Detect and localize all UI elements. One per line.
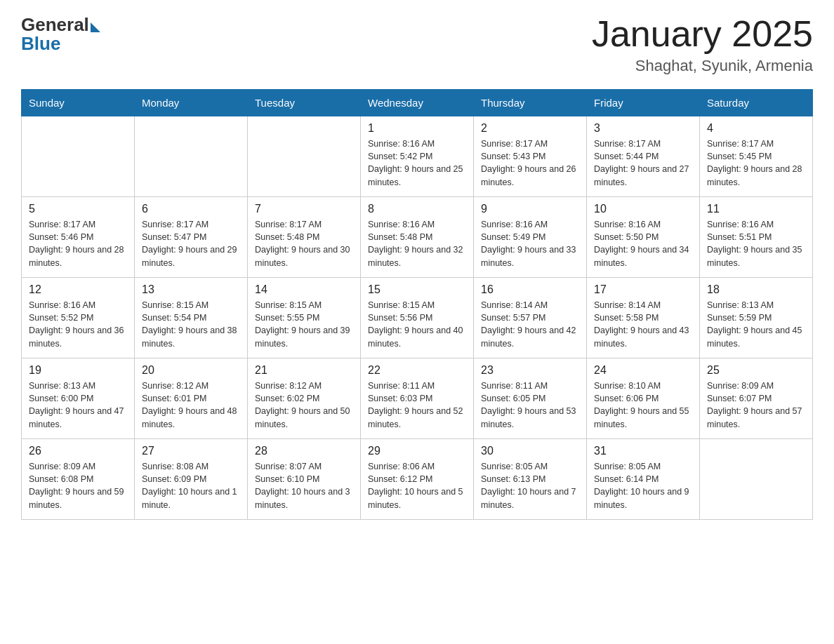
week-row-5: 26Sunrise: 8:09 AM Sunset: 6:08 PM Dayli… xyxy=(22,439,813,520)
calendar-cell: 29Sunrise: 8:06 AM Sunset: 6:12 PM Dayli… xyxy=(361,439,474,520)
week-row-3: 12Sunrise: 8:16 AM Sunset: 5:52 PM Dayli… xyxy=(22,278,813,358)
day-info: Sunrise: 8:15 AM Sunset: 5:55 PM Dayligh… xyxy=(255,299,353,350)
day-number: 12 xyxy=(29,283,127,296)
day-info: Sunrise: 8:17 AM Sunset: 5:45 PM Dayligh… xyxy=(707,137,805,189)
day-number: 11 xyxy=(707,203,805,215)
calendar-cell: 19Sunrise: 8:13 AM Sunset: 6:00 PM Dayli… xyxy=(22,358,135,439)
calendar-cell xyxy=(700,439,813,520)
day-info: Sunrise: 8:17 AM Sunset: 5:47 PM Dayligh… xyxy=(142,218,240,269)
day-number: 5 xyxy=(29,203,127,215)
calendar-cell: 30Sunrise: 8:05 AM Sunset: 6:13 PM Dayli… xyxy=(474,439,587,520)
day-info: Sunrise: 8:16 AM Sunset: 5:42 PM Dayligh… xyxy=(368,137,466,189)
day-info: Sunrise: 8:16 AM Sunset: 5:51 PM Dayligh… xyxy=(707,218,805,269)
day-info: Sunrise: 8:12 AM Sunset: 6:02 PM Dayligh… xyxy=(255,380,353,431)
calendar-cell: 21Sunrise: 8:12 AM Sunset: 6:02 PM Dayli… xyxy=(248,358,361,439)
day-info: Sunrise: 8:16 AM Sunset: 5:48 PM Dayligh… xyxy=(368,218,466,269)
day-number: 26 xyxy=(29,445,127,457)
day-number: 25 xyxy=(707,364,805,377)
calendar-cell: 8Sunrise: 8:16 AM Sunset: 5:48 PM Daylig… xyxy=(361,197,474,278)
day-number: 29 xyxy=(368,445,466,457)
calendar-cell: 5Sunrise: 8:17 AM Sunset: 5:46 PM Daylig… xyxy=(22,197,135,278)
day-number: 31 xyxy=(594,445,692,457)
day-number: 30 xyxy=(481,445,579,457)
subtitle: Shaghat, Syunik, Armenia xyxy=(592,57,813,75)
calendar-cell: 14Sunrise: 8:15 AM Sunset: 5:55 PM Dayli… xyxy=(248,278,361,358)
day-info: Sunrise: 8:06 AM Sunset: 6:12 PM Dayligh… xyxy=(368,460,466,511)
day-info: Sunrise: 8:16 AM Sunset: 5:50 PM Dayligh… xyxy=(594,218,692,269)
day-number: 19 xyxy=(29,364,127,377)
calendar-cell: 2Sunrise: 8:17 AM Sunset: 5:43 PM Daylig… xyxy=(474,116,587,197)
weekday-header-wednesday: Wednesday xyxy=(361,90,474,116)
calendar-cell: 22Sunrise: 8:11 AM Sunset: 6:03 PM Dayli… xyxy=(361,358,474,439)
day-info: Sunrise: 8:16 AM Sunset: 5:52 PM Dayligh… xyxy=(29,299,127,350)
day-info: Sunrise: 8:10 AM Sunset: 6:06 PM Dayligh… xyxy=(594,380,692,431)
calendar-cell: 3Sunrise: 8:17 AM Sunset: 5:44 PM Daylig… xyxy=(587,116,700,197)
day-info: Sunrise: 8:11 AM Sunset: 6:05 PM Dayligh… xyxy=(481,380,579,431)
day-info: Sunrise: 8:17 AM Sunset: 5:44 PM Dayligh… xyxy=(594,137,692,189)
calendar-cell xyxy=(135,116,248,197)
day-info: Sunrise: 8:08 AM Sunset: 6:09 PM Dayligh… xyxy=(142,460,240,511)
day-info: Sunrise: 8:13 AM Sunset: 6:00 PM Dayligh… xyxy=(29,380,127,431)
day-info: Sunrise: 8:17 AM Sunset: 5:43 PM Dayligh… xyxy=(481,137,579,189)
day-info: Sunrise: 8:09 AM Sunset: 6:07 PM Dayligh… xyxy=(707,380,805,431)
day-number: 27 xyxy=(142,445,240,457)
day-number: 16 xyxy=(481,283,579,296)
calendar-cell: 1Sunrise: 8:16 AM Sunset: 5:42 PM Daylig… xyxy=(361,116,474,197)
calendar-cell: 6Sunrise: 8:17 AM Sunset: 5:47 PM Daylig… xyxy=(135,197,248,278)
calendar-table: SundayMondayTuesdayWednesdayThursdayFrid… xyxy=(21,89,813,520)
week-row-1: 1Sunrise: 8:16 AM Sunset: 5:42 PM Daylig… xyxy=(22,116,813,197)
day-info: Sunrise: 8:11 AM Sunset: 6:03 PM Dayligh… xyxy=(368,380,466,431)
day-number: 21 xyxy=(255,364,353,377)
weekday-header-saturday: Saturday xyxy=(700,90,813,116)
day-number: 8 xyxy=(368,203,466,215)
calendar-cell: 7Sunrise: 8:17 AM Sunset: 5:48 PM Daylig… xyxy=(248,197,361,278)
calendar-cell: 9Sunrise: 8:16 AM Sunset: 5:49 PM Daylig… xyxy=(474,197,587,278)
weekday-header-monday: Monday xyxy=(135,90,248,116)
weekday-header-row: SundayMondayTuesdayWednesdayThursdayFrid… xyxy=(22,90,813,116)
day-number: 10 xyxy=(594,203,692,215)
weekday-header-friday: Friday xyxy=(587,90,700,116)
calendar-cell: 27Sunrise: 8:08 AM Sunset: 6:09 PM Dayli… xyxy=(135,439,248,520)
calendar-cell: 17Sunrise: 8:14 AM Sunset: 5:58 PM Dayli… xyxy=(587,278,700,358)
day-number: 17 xyxy=(594,283,692,296)
day-info: Sunrise: 8:15 AM Sunset: 5:54 PM Dayligh… xyxy=(142,299,240,350)
day-number: 20 xyxy=(142,364,240,377)
day-number: 4 xyxy=(707,122,805,135)
main-title: January 2025 xyxy=(592,14,813,54)
day-number: 7 xyxy=(255,203,353,215)
weekday-header-sunday: Sunday xyxy=(22,90,135,116)
day-number: 1 xyxy=(368,122,466,135)
calendar-cell: 24Sunrise: 8:10 AM Sunset: 6:06 PM Dayli… xyxy=(587,358,700,439)
day-number: 3 xyxy=(594,122,692,135)
day-info: Sunrise: 8:05 AM Sunset: 6:13 PM Dayligh… xyxy=(481,460,579,511)
day-number: 24 xyxy=(594,364,692,377)
calendar-cell: 23Sunrise: 8:11 AM Sunset: 6:05 PM Dayli… xyxy=(474,358,587,439)
calendar-cell: 12Sunrise: 8:16 AM Sunset: 5:52 PM Dayli… xyxy=(22,278,135,358)
title-section: January 2025 Shaghat, Syunik, Armenia xyxy=(592,14,813,75)
day-info: Sunrise: 8:12 AM Sunset: 6:01 PM Dayligh… xyxy=(142,380,240,431)
calendar-cell: 13Sunrise: 8:15 AM Sunset: 5:54 PM Dayli… xyxy=(135,278,248,358)
calendar-cell xyxy=(248,116,361,197)
week-row-4: 19Sunrise: 8:13 AM Sunset: 6:00 PM Dayli… xyxy=(22,358,813,439)
logo: General Blue xyxy=(21,14,100,55)
day-number: 28 xyxy=(255,445,353,457)
day-info: Sunrise: 8:15 AM Sunset: 5:56 PM Dayligh… xyxy=(368,299,466,350)
calendar-cell: 31Sunrise: 8:05 AM Sunset: 6:14 PM Dayli… xyxy=(587,439,700,520)
page-header: General Blue January 2025 Shaghat, Syuni… xyxy=(21,14,813,75)
day-number: 18 xyxy=(707,283,805,296)
calendar-cell: 15Sunrise: 8:15 AM Sunset: 5:56 PM Dayli… xyxy=(361,278,474,358)
day-number: 23 xyxy=(481,364,579,377)
calendar-cell: 18Sunrise: 8:13 AM Sunset: 5:59 PM Dayli… xyxy=(700,278,813,358)
day-info: Sunrise: 8:16 AM Sunset: 5:49 PM Dayligh… xyxy=(481,218,579,269)
day-info: Sunrise: 8:07 AM Sunset: 6:10 PM Dayligh… xyxy=(255,460,353,511)
logo-triangle-icon xyxy=(91,22,100,32)
calendar-cell: 20Sunrise: 8:12 AM Sunset: 6:01 PM Dayli… xyxy=(135,358,248,439)
week-row-2: 5Sunrise: 8:17 AM Sunset: 5:46 PM Daylig… xyxy=(22,197,813,278)
calendar-cell: 25Sunrise: 8:09 AM Sunset: 6:07 PM Dayli… xyxy=(700,358,813,439)
day-number: 9 xyxy=(481,203,579,215)
day-info: Sunrise: 8:13 AM Sunset: 5:59 PM Dayligh… xyxy=(707,299,805,350)
day-number: 22 xyxy=(368,364,466,377)
day-number: 13 xyxy=(142,283,240,296)
day-info: Sunrise: 8:17 AM Sunset: 5:48 PM Dayligh… xyxy=(255,218,353,269)
calendar-cell: 10Sunrise: 8:16 AM Sunset: 5:50 PM Dayli… xyxy=(587,197,700,278)
